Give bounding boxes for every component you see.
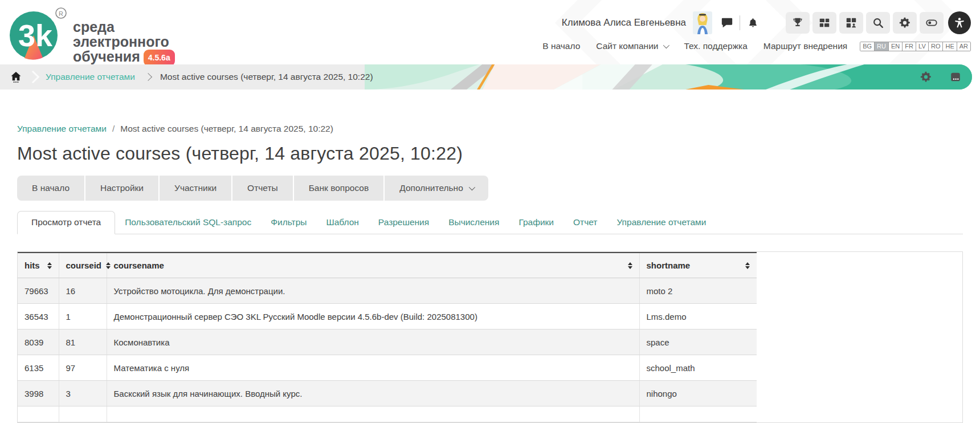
nav-company-site[interactable]: Сайт компании [596,41,668,51]
brand-logo[interactable]: 3k R среда электронного обучения4.5.6a [8,7,175,64]
table-row: 8039 81 Космонавтика space [18,330,757,355]
header-icon-toolbar [786,11,971,34]
logo-mark: 3k [18,18,53,52]
search-icon[interactable] [866,12,890,34]
cell-coursename: Математика с нуля [107,355,639,381]
chevron-right-icon [144,73,152,81]
course-menu: В начало Настройки Участники Отчеты Банк… [17,176,488,201]
cell-hits: 8039 [18,330,59,355]
course-menu-home-button[interactable]: В начало [17,176,84,201]
nav-tech-support[interactable]: Тех. поддержка [684,41,747,51]
page-breadcrumb: Управление отчетами / Most active course… [17,124,963,134]
logo-3k-icon: 3k R [8,7,67,62]
version-badge: 4.5.6a [144,50,175,64]
report-table: hits courseid coursename shortname 79663… [18,252,757,422]
cell-hits: 6135 [18,355,59,381]
cell-coursename: Устройство мотоцикла. Для демонстрации. [107,278,639,304]
chevron-down-icon [663,42,669,48]
breadcrumb-link-report-management[interactable]: Управление отчетами [46,72,135,82]
tab-custom-sql[interactable]: Пользовательский SQL-запрос [115,212,261,234]
language-switcher: BG RU EN FR LV RO HE AR [860,42,971,51]
cell-shortname: school_math [639,355,757,381]
brand-tagline: среда электронного обучения4.5.6a [73,19,175,64]
sort-icon[interactable] [628,262,632,269]
sort-icon[interactable] [106,262,111,269]
collage-icon[interactable] [839,12,863,34]
sort-icon[interactable] [47,262,52,269]
tab-report[interactable]: Отчет [564,212,607,234]
cell-hits: 3998 [18,381,59,406]
breadcrumb-current: Most active courses (четверг, 14 августа… [160,72,373,82]
lang-lv[interactable]: LV [916,42,929,51]
nav-home[interactable]: В начало [542,41,580,51]
tab-permissions[interactable]: Разрешения [369,212,439,234]
nav-implementation-route[interactable]: Маршрут внедрения [763,41,847,51]
page-title: Most active courses (четверг, 14 августа… [17,143,963,164]
lang-ro[interactable]: RO [929,42,944,51]
course-menu-participants-button[interactable]: Участники [160,176,231,201]
cell-hits: 79663 [18,278,59,304]
toggle-icon[interactable] [920,12,944,34]
cell-courseid: 3 [59,381,107,406]
avatar[interactable] [693,11,712,34]
lang-bg[interactable]: BG [860,42,875,51]
page-breadcrumb-link[interactable]: Управление отчетами [17,124,107,134]
divider [740,15,740,30]
tab-template[interactable]: Шаблон [316,212,368,234]
cell-coursename: Космонавтика [107,330,639,355]
page-breadcrumb-current: Most active courses (четверг, 14 августа… [120,124,333,134]
accessibility-icon[interactable] [948,11,971,34]
chevron-down-icon [469,184,475,190]
lang-en[interactable]: EN [889,42,903,51]
bell-icon[interactable] [746,16,760,30]
cell-courseid: 1 [59,304,107,330]
breadcrumb-arrow-icon [27,71,40,84]
cell-coursename: Демонстрационный сервер СЭО 3KL Русский … [107,304,639,330]
cell-shortname: space [639,330,757,355]
home-icon[interactable] [5,64,27,90]
lang-he[interactable]: HE [943,42,957,51]
course-menu-settings-button[interactable]: Настройки [85,176,158,201]
course-menu-more-button[interactable]: Дополнительно [385,176,488,201]
cell-coursename: Баскский язык для начинающих. Вводный ку… [107,381,639,406]
chat-icon[interactable] [720,16,734,30]
tab-calculations[interactable]: Вычисления [439,212,509,234]
cell-shortname: Lms.demo [639,304,757,330]
course-menu-question-bank-button[interactable]: Банк вопросов [294,176,384,201]
course-menu-reports-button[interactable]: Отчеты [232,176,293,201]
gear-icon[interactable] [893,12,917,34]
table-row: 3998 3 Баскский язык для начинающих. Вво… [18,381,757,406]
table-row: 6135 97 Математика с нуля school_math [18,355,757,381]
lang-ar[interactable]: AR [957,42,970,51]
lang-ru[interactable]: RU [875,42,889,51]
blocks-icon[interactable] [812,12,836,34]
cell-courseid: 81 [59,330,107,355]
table-row: 79663 16 Устройство мотоцикла. Для демон… [18,278,757,304]
trophy-icon[interactable] [786,12,810,34]
report-table-container: hits courseid coursename shortname 79663… [17,251,963,423]
registered-mark: R [59,10,63,17]
table-header-row: hits courseid coursename shortname [18,253,757,278]
column-header-hits[interactable]: hits [18,253,59,278]
column-header-courseid[interactable]: courseid [59,253,107,278]
sort-icon[interactable] [745,262,750,269]
page-header: 3k R среда электронного обучения4.5.6a К… [0,0,980,64]
cell-hits: 36543 [18,304,59,330]
table-row: 36543 1 Демонстрационный сервер СЭО 3KL … [18,304,757,330]
user-name[interactable]: Климова Алиса Евгеньевна [562,17,686,29]
cell-shortname: nihongo [639,381,757,406]
column-header-shortname[interactable]: shortname [639,253,757,278]
tab-report-management[interactable]: Управление отчетами [607,212,716,234]
lang-fr[interactable]: FR [903,42,916,51]
cell-courseid: 16 [59,278,107,304]
tab-charts[interactable]: Графики [509,212,564,234]
tab-view-report[interactable]: Просмотр отчета [17,211,115,234]
report-tabs: Просмотр отчета Пользовательский SQL-зап… [17,211,963,234]
cell-courseid: 97 [59,355,107,381]
tab-filters[interactable]: Фильтры [261,212,316,234]
cell-shortname: moto 2 [639,278,757,304]
main-content: Управление отчетами / Most active course… [0,90,980,423]
table-row-partial [18,406,757,422]
breadcrumb-bar: Управление отчетами Most active courses … [0,64,980,90]
column-header-coursename[interactable]: coursename [107,253,639,278]
